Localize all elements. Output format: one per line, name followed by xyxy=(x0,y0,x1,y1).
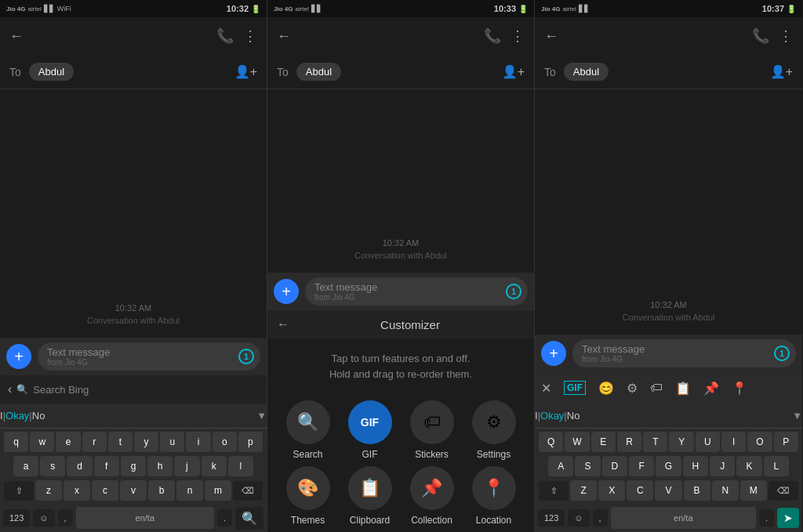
back-button-2[interactable]: ← xyxy=(277,28,291,45)
key-t[interactable]: t xyxy=(108,432,133,452)
customizer-item-gif[interactable]: GIF GIF xyxy=(342,400,398,460)
back-button-1[interactable]: ← xyxy=(9,28,24,45)
customizer-item-collection[interactable]: 📌 Collection xyxy=(404,466,460,526)
add-contact-icon-1[interactable]: 👤+ xyxy=(234,64,257,79)
contact-chip-2[interactable]: Abdul xyxy=(296,63,341,81)
key-send-3[interactable]: ➤ xyxy=(777,508,799,528)
key-p[interactable]: p xyxy=(238,432,263,452)
kb-back-icon-1[interactable]: ‹ xyxy=(8,382,12,396)
settings-icon-3[interactable]: ⚙ xyxy=(627,381,638,396)
key-o[interactable]: o xyxy=(213,432,237,452)
key-I[interactable]: I xyxy=(721,432,746,452)
plus-button-3[interactable]: + xyxy=(541,341,566,366)
chevron-icon-1[interactable]: ▼ xyxy=(256,410,267,422)
customizer-item-stickers[interactable]: 🏷 Stickers xyxy=(404,400,460,460)
contact-chip-3[interactable]: Abdul xyxy=(564,63,609,81)
key-w[interactable]: w xyxy=(30,432,54,452)
key-m[interactable]: m xyxy=(205,480,231,501)
text-input-3[interactable]: Text message from Jio 4G 1 xyxy=(572,339,796,367)
key-l[interactable]: l xyxy=(228,456,253,476)
customizer-back-icon[interactable]: ← xyxy=(277,317,289,331)
gif-icon-3[interactable]: GIF xyxy=(564,381,586,395)
key-B[interactable]: B xyxy=(684,480,710,501)
key-S[interactable]: S xyxy=(575,456,600,476)
key-E[interactable]: E xyxy=(591,432,616,452)
key-backspace-3[interactable]: ⌫ xyxy=(768,481,798,501)
key-f[interactable]: f xyxy=(94,456,119,476)
key-u[interactable]: u xyxy=(160,432,184,452)
key-j[interactable]: j xyxy=(174,456,199,476)
key-W[interactable]: W xyxy=(565,432,589,452)
key-s[interactable]: s xyxy=(40,456,65,476)
key-h[interactable]: h xyxy=(147,456,173,476)
key-H[interactable]: H xyxy=(683,456,708,476)
phone-icon-1[interactable]: 📞 xyxy=(216,27,234,45)
key-Q[interactable]: Q xyxy=(539,432,563,452)
emoji-icon-3[interactable]: 😊 xyxy=(598,381,614,396)
customizer-item-location[interactable]: 📍 Location xyxy=(466,466,521,526)
key-123-3[interactable]: 123 xyxy=(538,509,565,527)
key-q[interactable]: q xyxy=(4,432,28,452)
key-L[interactable]: L xyxy=(764,456,789,476)
clipboard-icon-3[interactable]: 📋 xyxy=(675,381,691,396)
more-icon-3[interactable]: ⋮ xyxy=(779,27,793,45)
contact-chip-1[interactable]: Abdul xyxy=(29,63,74,81)
key-v[interactable]: v xyxy=(120,480,147,501)
key-b[interactable]: b xyxy=(148,480,175,501)
key-O[interactable]: O xyxy=(747,432,772,452)
customizer-item-search[interactable]: 🔍 Search xyxy=(280,400,336,460)
key-D[interactable]: D xyxy=(602,456,627,476)
customizer-item-themes[interactable]: 🎨 Themes xyxy=(280,466,336,526)
key-N[interactable]: N xyxy=(712,480,739,501)
key-J[interactable]: J xyxy=(710,456,735,476)
key-n[interactable]: n xyxy=(176,480,203,501)
key-search-icon-1[interactable]: 🔍 xyxy=(235,507,263,530)
key-R[interactable]: R xyxy=(617,432,641,452)
key-X[interactable]: X xyxy=(598,480,625,501)
suggestion-no-1[interactable]: No xyxy=(32,410,45,422)
key-period-3[interactable]: . xyxy=(759,509,774,527)
plus-button-1[interactable]: + xyxy=(6,344,31,369)
key-K[interactable]: K xyxy=(736,456,761,476)
key-y[interactable]: y xyxy=(134,432,158,452)
key-z[interactable]: z xyxy=(35,480,62,501)
key-G[interactable]: G xyxy=(656,456,681,476)
plus-button-2[interactable]: + xyxy=(274,279,299,304)
key-Y[interactable]: Y xyxy=(669,432,693,452)
key-k[interactable]: k xyxy=(202,456,227,476)
location-icon-3[interactable]: 📍 xyxy=(732,381,747,396)
back-button-3[interactable]: ← xyxy=(544,28,558,45)
key-123-1[interactable]: 123 xyxy=(3,509,30,527)
add-contact-icon-3[interactable]: 👤+ xyxy=(770,64,793,79)
key-backspace-1[interactable]: ⌫ xyxy=(233,481,263,501)
key-r[interactable]: r xyxy=(82,432,107,452)
suggestion-okay-3[interactable]: Okay xyxy=(540,410,564,422)
kb-search-input-1[interactable]: Search Bing xyxy=(33,384,259,396)
key-emoji-1[interactable]: ☺ xyxy=(33,509,54,527)
key-space-3[interactable]: en/ta xyxy=(611,507,756,529)
suggestion-okay-1[interactable]: Okay xyxy=(5,410,29,422)
customizer-item-settings[interactable]: ⚙ Settings xyxy=(466,400,521,460)
more-icon-1[interactable]: ⋮ xyxy=(243,27,257,45)
chevron-icon-3[interactable]: ▼ xyxy=(792,410,802,422)
key-C[interactable]: C xyxy=(627,480,653,501)
key-U[interactable]: U xyxy=(696,432,720,452)
more-icon-2[interactable]: ⋮ xyxy=(511,27,525,45)
add-contact-icon-2[interactable]: 👤+ xyxy=(502,64,525,79)
key-M[interactable]: M xyxy=(740,480,767,501)
key-g[interactable]: g xyxy=(121,456,146,476)
text-input-1[interactable]: Text message from Jio 4G 1 xyxy=(38,342,260,371)
key-emoji-3[interactable]: ☺ xyxy=(568,509,589,527)
key-period-1[interactable]: . xyxy=(217,509,232,527)
key-c[interactable]: c xyxy=(92,480,118,501)
text-input-2[interactable]: Text message from Jio 4G 1 xyxy=(305,277,528,306)
key-a[interactable]: a xyxy=(13,456,38,476)
pin-icon-3[interactable]: 📌 xyxy=(703,381,719,396)
key-T[interactable]: T xyxy=(643,432,667,452)
key-comma-1[interactable]: , xyxy=(58,509,73,527)
key-i[interactable]: i xyxy=(186,432,210,452)
key-e[interactable]: e xyxy=(56,432,80,452)
customizer-item-clipboard[interactable]: 📋 Clipboard xyxy=(342,466,398,526)
phone-icon-2[interactable]: 📞 xyxy=(484,27,501,45)
key-Z[interactable]: Z xyxy=(570,480,597,501)
